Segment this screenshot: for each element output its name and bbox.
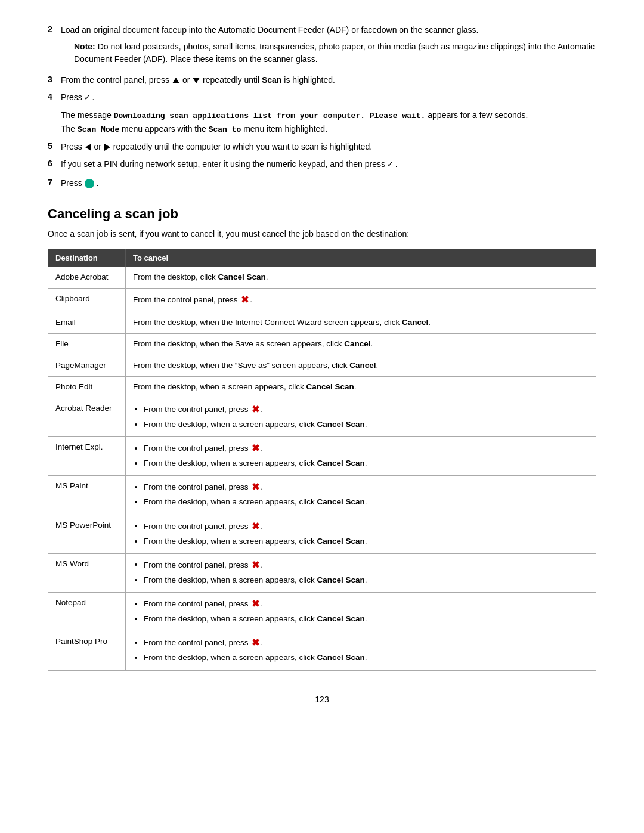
- step-7: 7 Press .: [48, 177, 596, 190]
- scan-mode-middle: menu appears with the: [119, 124, 208, 134]
- cancel-instructions: From the desktop, when the Internet Conn…: [126, 312, 596, 334]
- red-x-icon: ✖: [252, 597, 259, 611]
- table-row: Photo Edit From the desktop, when a scre…: [48, 376, 596, 398]
- destination-label: MS PowerPoint: [48, 515, 126, 553]
- cancel-instructions: From the control panel, press ✖. From th…: [126, 398, 596, 436]
- green-circle-icon: [85, 179, 94, 188]
- red-x-icon: ✖: [252, 441, 259, 456]
- cancel-instructions: From the control panel, press ✖. From th…: [126, 593, 596, 631]
- col-to-cancel: To cancel: [126, 249, 596, 267]
- step-4-message-intro: The message: [61, 110, 114, 120]
- page-number: 123: [48, 695, 596, 704]
- destination-label: Notepad: [48, 593, 126, 631]
- destination-label: Adobe Acrobat: [48, 267, 126, 289]
- table-row: Acrobat Reader From the control panel, p…: [48, 398, 596, 436]
- step-6-check: ✓: [388, 160, 393, 170]
- red-x-icon: ✖: [252, 558, 259, 572]
- red-x-icon: ✖: [252, 636, 259, 650]
- arrow-up-icon: [172, 78, 179, 83]
- destination-label: Photo Edit: [48, 376, 126, 398]
- cancel-instructions: From the desktop, click Cancel Scan.: [126, 267, 596, 289]
- step-4-number: 4: [48, 92, 52, 101]
- destination-label: PageManager: [48, 355, 126, 376]
- scan-to-item: Scan to: [209, 125, 242, 134]
- destination-label: Email: [48, 312, 126, 334]
- step-4-prefix: Press: [61, 93, 85, 103]
- scan-mode-intro: The: [61, 124, 78, 134]
- step-3: 3 From the control panel, press or repea…: [48, 74, 596, 87]
- step-4-message-end: appears for a few seconds.: [425, 110, 528, 120]
- red-x-icon: ✖: [252, 480, 259, 494]
- step-2-number: 2: [48, 24, 52, 34]
- step-5: 5 Press or repeatedly until the computer…: [48, 141, 596, 154]
- destination-label: PaintShop Pro: [48, 631, 126, 670]
- step-4-period: .: [92, 93, 95, 103]
- step-2-text: Load an original document faceup into th…: [61, 25, 478, 35]
- step-6-number: 6: [48, 159, 52, 168]
- arrow-down-icon: [193, 78, 200, 83]
- arrow-left-icon: [85, 144, 91, 151]
- red-x-icon: ✖: [252, 519, 259, 534]
- step-4-code: Downloading scan applications list from …: [114, 112, 426, 120]
- step-3-prefix: From the control panel, press: [61, 75, 169, 85]
- step-5-text: repeatedly until the computer to which y…: [113, 142, 372, 151]
- step-2: 2 Load an original document faceup into …: [48, 24, 596, 69]
- cancel-instructions: From the desktop, when the Save as scree…: [126, 334, 596, 355]
- cancel-instructions: From the control panel, press ✖. From th…: [126, 476, 596, 515]
- destination-label: File: [48, 334, 126, 355]
- step-5-prefix: Press: [61, 142, 85, 151]
- table-row: Notepad From the control panel, press ✖.…: [48, 593, 596, 631]
- scan-mode-name: Scan Mode: [78, 125, 119, 134]
- scan-mode-end: menu item highlighted.: [241, 124, 327, 134]
- step-3-or: or: [182, 75, 192, 85]
- arrow-right-icon: [104, 144, 110, 151]
- check-icon: ✓: [85, 93, 90, 103]
- table-row: PageManager From the desktop, when the “…: [48, 355, 596, 376]
- cancel-instructions: From the control panel, press ✖.: [126, 289, 596, 312]
- table-row: MS Word From the control panel, press ✖.…: [48, 553, 596, 592]
- step-6-text: If you set a PIN during network setup, e…: [61, 160, 388, 169]
- step-3-end: is highlighted.: [284, 75, 335, 85]
- destination-label: Internet Expl.: [48, 437, 126, 476]
- step-6-period: .: [395, 160, 398, 169]
- cancel-instructions: From the control panel, press ✖. From th…: [126, 515, 596, 553]
- step-7-number: 7: [48, 178, 52, 187]
- cancel-instructions: From the desktop, when the “Save as” scr…: [126, 355, 596, 376]
- step-3-suffix: repeatedly until: [203, 75, 262, 85]
- table-row: Internet Expl. From the control panel, p…: [48, 437, 596, 476]
- step-3-scan: Scan: [262, 75, 281, 85]
- step-5-number: 5: [48, 141, 52, 151]
- step-4-message: The message Downloading scan application…: [61, 110, 596, 120]
- red-x-icon: ✖: [252, 402, 259, 417]
- red-x-icon: ✖: [241, 293, 249, 308]
- table-row: File From the desktop, when the Save as …: [48, 334, 596, 355]
- destination-label: MS Word: [48, 553, 126, 592]
- step-7-period: .: [97, 178, 99, 188]
- step-2-note: Note: Do not load postcards, photos, sma…: [74, 41, 596, 66]
- step-3-number: 3: [48, 75, 52, 84]
- table-row: PaintShop Pro From the control panel, pr…: [48, 631, 596, 670]
- cancel-instructions: From the control panel, press ✖. From th…: [126, 437, 596, 476]
- cancel-instructions: From the control panel, press ✖. From th…: [126, 553, 596, 592]
- destination-label: Acrobat Reader: [48, 398, 126, 436]
- table-row: MS Paint From the control panel, press ✖…: [48, 476, 596, 515]
- section-heading: Canceling a scan job: [48, 206, 596, 222]
- step-4-scanmode: The Scan Mode menu appears with the Scan…: [61, 123, 596, 136]
- destination-label: Clipboard: [48, 289, 126, 312]
- table-row: Adobe Acrobat From the desktop, click Ca…: [48, 267, 596, 289]
- step-2-note-text: Do not load postcards, photos, small ite…: [74, 42, 595, 64]
- table-row: Email From the desktop, when the Interne…: [48, 312, 596, 334]
- cancel-instructions: From the control panel, press ✖. From th…: [126, 631, 596, 670]
- step-7-prefix: Press: [61, 178, 85, 188]
- step-5-or: or: [94, 142, 104, 151]
- col-destination: Destination: [48, 249, 126, 267]
- table-row: Clipboard From the control panel, press …: [48, 289, 596, 312]
- step-6: 6 If you set a PIN during network setup,…: [48, 158, 596, 172]
- section-intro: Once a scan job is sent, if you want to …: [48, 228, 596, 240]
- cancel-instructions: From the desktop, when a screen appears,…: [126, 376, 596, 398]
- step-4: 4 Press ✓ .: [48, 91, 596, 105]
- table-row: MS PowerPoint From the control panel, pr…: [48, 515, 596, 553]
- destination-label: MS Paint: [48, 476, 126, 515]
- cancel-table: Destination To cancel Adobe Acrobat From…: [48, 249, 596, 670]
